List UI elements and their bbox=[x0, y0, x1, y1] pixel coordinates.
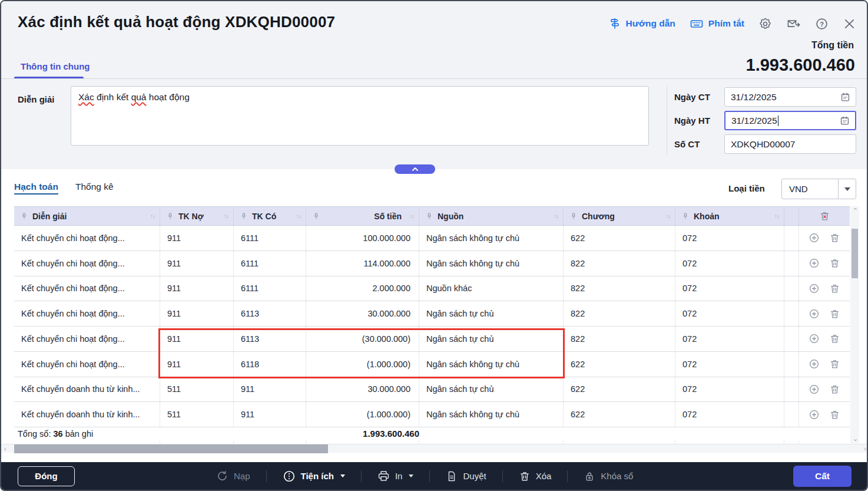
sort-icon[interactable]: ↑↓ bbox=[224, 213, 228, 219]
add-row-icon[interactable] bbox=[809, 283, 820, 294]
table-row[interactable]: Kết chuyển doanh thu từ kinh... 511 911 … bbox=[14, 377, 850, 403]
table-row[interactable]: Kết chuyển chi hoạt động... 911 6113 (30… bbox=[14, 327, 850, 352]
doc-date-input[interactable]: 31/12/2025 bbox=[724, 87, 856, 107]
cell-actions bbox=[799, 251, 850, 276]
approve-button[interactable]: Duyệt bbox=[446, 470, 486, 482]
amount-total: 1.993.600.460 bbox=[14, 429, 419, 439]
description-text: Xác định kết quả hoạt động bbox=[78, 92, 190, 102]
close-button[interactable] bbox=[843, 17, 856, 31]
table-header: Diễn giải↑↓ TK Nợ↑↓ TK Có↑↓ Số tiền↑↓ Ng… bbox=[14, 206, 850, 226]
pin-icon[interactable] bbox=[20, 212, 28, 220]
add-row-icon[interactable] bbox=[809, 358, 820, 370]
cell-spacer bbox=[784, 301, 799, 326]
help-button[interactable]: ? bbox=[815, 17, 829, 31]
scroll-down-icon[interactable]: ⌄ bbox=[853, 436, 858, 442]
close-form-button[interactable]: Đóng bbox=[18, 466, 75, 486]
table-row[interactable]: Kết chuyển chi hoạt động... 911 6111 2.0… bbox=[14, 276, 850, 302]
printer-icon bbox=[377, 470, 390, 482]
add-row-icon[interactable] bbox=[809, 384, 820, 395]
shortcuts-link[interactable]: Phím tắt bbox=[690, 17, 744, 31]
save-button[interactable]: Cất bbox=[793, 466, 852, 487]
delete-row-icon[interactable] bbox=[829, 409, 840, 420]
table-row[interactable]: Kết chuyển chi hoạt động... 911 6113 30.… bbox=[14, 301, 850, 327]
cell-spacer bbox=[784, 251, 799, 276]
delete-button[interactable]: Xóa bbox=[519, 470, 552, 482]
utilities-icon bbox=[283, 470, 296, 483]
posting-date-label: Ngày HT bbox=[674, 116, 710, 126]
table-row[interactable]: Kết chuyển chi hoạt động... 911 6118 (1.… bbox=[14, 352, 850, 377]
horizontal-scrollbar-thumb[interactable] bbox=[14, 444, 328, 453]
sort-icon[interactable]: ↑↓ bbox=[774, 213, 779, 219]
add-row-icon[interactable] bbox=[809, 409, 820, 420]
delete-row-icon[interactable] bbox=[829, 333, 840, 344]
vertical-scrollbar[interactable]: ⌃ ⌄ bbox=[850, 206, 859, 443]
pin-icon[interactable] bbox=[166, 212, 174, 220]
cell-spacer bbox=[784, 402, 799, 427]
add-row-icon[interactable] bbox=[809, 333, 820, 344]
sort-icon[interactable]: ↑↓ bbox=[296, 213, 301, 219]
delete-all-button[interactable] bbox=[799, 207, 850, 225]
sort-icon[interactable]: ↑↓ bbox=[554, 213, 558, 219]
text-cursor bbox=[778, 116, 779, 126]
cell-amount: 2.000.000 bbox=[306, 276, 419, 301]
horizontal-scrollbar[interactable]: ‹ › bbox=[1, 444, 868, 453]
vertical-scrollbar-thumb[interactable] bbox=[852, 229, 858, 278]
delete-row-icon[interactable] bbox=[829, 308, 840, 319]
sort-icon[interactable]: ↑↓ bbox=[150, 213, 155, 219]
tab-statistics[interactable]: Thống kê bbox=[75, 182, 114, 192]
currency-select[interactable]: VND bbox=[781, 179, 856, 199]
table-row[interactable]: Kết chuyển chi hoạt động... 911 6111 100… bbox=[14, 226, 850, 251]
dropdown-arrow[interactable] bbox=[838, 179, 856, 199]
tab-accounting[interactable]: Hạch toán bbox=[14, 182, 58, 192]
settings-button[interactable] bbox=[758, 17, 772, 31]
currency-label: Loại tiền bbox=[728, 183, 765, 193]
posting-date-input[interactable]: 31/12/2025 bbox=[724, 111, 856, 130]
pin-icon[interactable] bbox=[681, 212, 690, 220]
delete-row-icon[interactable] bbox=[829, 384, 840, 395]
guide-link[interactable]: Hướng dẫn bbox=[608, 17, 675, 30]
sort-icon[interactable]: ↑↓ bbox=[665, 213, 670, 219]
cell-desc: Kết chuyển chi hoạt động... bbox=[14, 301, 160, 326]
delete-row-icon[interactable] bbox=[829, 283, 840, 294]
col-header-chapter[interactable]: Chương↑↓ bbox=[564, 207, 675, 225]
col-header-credit[interactable]: TK Có↑↓ bbox=[234, 207, 306, 225]
cell-credit: 6111 bbox=[234, 276, 306, 301]
description-textarea[interactable]: Xác định kết quả hoạt động bbox=[71, 86, 649, 146]
pin-icon[interactable] bbox=[240, 212, 248, 220]
sort-icon[interactable]: ↑↓ bbox=[409, 213, 414, 219]
col-header-desc[interactable]: Diễn giải↑↓ bbox=[14, 207, 160, 225]
form-divider bbox=[667, 86, 667, 154]
doc-number-input[interactable]: XDKQHD00007 bbox=[724, 134, 856, 154]
table-row[interactable]: Kết chuyển chi hoạt động... 911 6111 114… bbox=[14, 251, 850, 276]
col-header-debit[interactable]: TK Nợ↑↓ bbox=[160, 207, 234, 225]
tab-general-info[interactable]: Thông tin chung bbox=[21, 61, 90, 71]
scroll-left-icon[interactable]: ‹ bbox=[4, 446, 6, 452]
lock-period-button[interactable]: Khóa sổ bbox=[584, 470, 633, 482]
cell-source: Ngân sách không tự chủ bbox=[419, 251, 564, 276]
pin-icon[interactable] bbox=[569, 212, 578, 220]
calendar-icon[interactable] bbox=[839, 115, 850, 126]
collapse-header-button[interactable] bbox=[395, 164, 435, 174]
utilities-button[interactable]: Tiện ích bbox=[283, 470, 345, 483]
pin-icon[interactable] bbox=[425, 212, 433, 220]
col-header-item[interactable]: Khoản↑↓ bbox=[675, 207, 784, 225]
cell-amount: (1.000.000) bbox=[306, 402, 419, 427]
delete-row-icon[interactable] bbox=[829, 358, 840, 370]
add-row-icon[interactable] bbox=[809, 308, 820, 319]
add-row-icon[interactable] bbox=[809, 258, 820, 269]
table-row[interactable]: Kết chuyển doanh thu từ kinh... 511 911 … bbox=[14, 402, 850, 427]
feedback-button[interactable] bbox=[786, 17, 801, 31]
pin-icon[interactable] bbox=[312, 212, 320, 220]
cell-credit: 6111 bbox=[234, 226, 306, 251]
scroll-right-icon[interactable]: › bbox=[864, 446, 866, 452]
col-header-amount[interactable]: Số tiền↑↓ bbox=[306, 207, 419, 225]
col-header-source[interactable]: Nguồn↑↓ bbox=[419, 207, 564, 225]
calendar-icon[interactable] bbox=[840, 91, 851, 103]
delete-row-icon[interactable] bbox=[829, 258, 840, 269]
add-row-icon[interactable] bbox=[809, 232, 820, 243]
print-button[interactable]: In bbox=[377, 470, 414, 482]
total-amount-label: Tổng tiền bbox=[811, 40, 854, 51]
scroll-up-icon[interactable]: ⌃ bbox=[853, 207, 858, 214]
delete-row-icon[interactable] bbox=[829, 232, 840, 243]
reload-button[interactable]: Nạp bbox=[216, 470, 250, 482]
